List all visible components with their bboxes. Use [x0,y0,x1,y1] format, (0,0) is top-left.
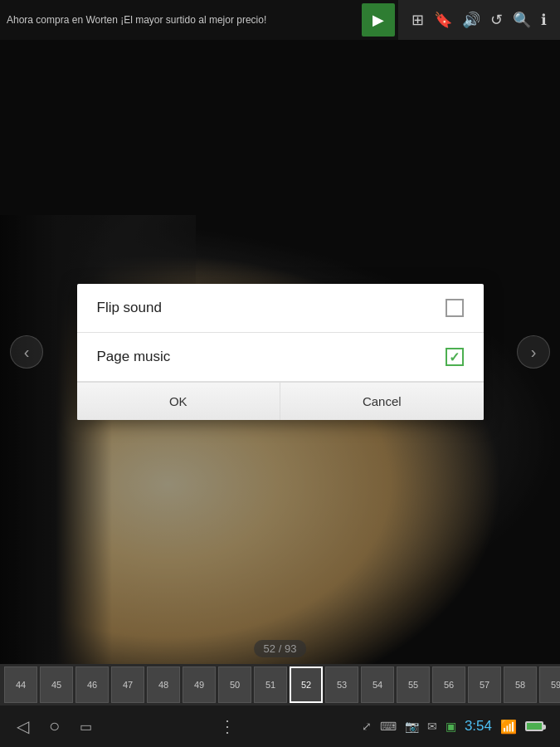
search-icon[interactable]: 🔍 [513,11,531,29]
thumbnail-54[interactable]: 54 [361,666,394,703]
thumbnail-48[interactable]: 48 [147,666,180,703]
top-icons: ⊞ 🔖 🔊 ↺ 🔍 ℹ [398,11,560,29]
dialog-overlay: Flip sound Page music ✓ OK Cancel [0,40,560,664]
menu-icon[interactable]: ⋮ [219,716,236,736]
ad-arrow-icon: ▶ [373,11,384,29]
home-button[interactable]: ○ [49,715,60,737]
checkmark-icon: ✓ [449,349,460,365]
ad-arrow-button[interactable]: ▶ [362,3,395,37]
thumbnail-59[interactable]: 59 [539,666,560,703]
thumbnail-44[interactable]: 44 [4,666,37,703]
system-bar: ◁ ○ ▭ ⋮ ⤢ ⌨ 📷 ✉ ▣ 3:54 📶 [0,706,560,747]
thumbnail-52[interactable]: 52 [290,666,323,703]
time-display: 3:54 [465,718,492,735]
back-button[interactable]: ◁ [17,716,29,736]
mail-icon: ✉ [427,720,437,733]
page-music-label: Page music [97,349,171,365]
page-music-checkbox[interactable]: ✓ [446,348,464,366]
resize-icon: ⤢ [362,720,372,733]
apps-icon: ▣ [446,720,456,733]
recents-button[interactable]: ▭ [80,719,92,735]
ad-text: Ahora compra en Worten ¡El mayor surtido… [0,14,358,26]
thumbnail-55[interactable]: 55 [397,666,430,703]
battery-icon [525,721,543,731]
ad-banner[interactable]: Ahora compra en Worten ¡El mayor surtido… [0,0,398,40]
thumbnail-56[interactable]: 56 [432,666,465,703]
gallery-icon[interactable]: ⊞ [411,11,424,29]
thumbnails-container: 4445464748495051525354555657585960 [0,666,560,703]
nav-buttons: ◁ ○ ▭ [17,715,92,737]
thumbnail-46[interactable]: 46 [75,666,109,703]
camera-icon: 📷 [405,720,419,733]
top-bar: Ahora compra en Worten ¡El mayor surtido… [0,0,560,40]
thumbnail-49[interactable]: 49 [183,666,216,703]
cancel-button[interactable]: Cancel [280,383,484,420]
rotate-icon[interactable]: ↺ [490,11,503,29]
dialog-buttons: OK Cancel [77,382,484,420]
thumbnail-strip: 4445464748495051525354555657585960 [0,664,560,706]
info-icon[interactable]: ℹ [541,11,547,29]
thumbnail-51[interactable]: 51 [254,666,287,703]
thumbnail-58[interactable]: 58 [504,666,537,703]
status-right: ⤢ ⌨ 📷 ✉ ▣ 3:54 📶 [362,718,543,735]
center-icons: ⋮ [219,716,236,736]
page-music-row[interactable]: Page music ✓ [77,333,484,382]
flip-sound-label: Flip sound [97,300,162,316]
ok-button[interactable]: OK [77,383,281,420]
settings-dialog: Flip sound Page music ✓ OK Cancel [77,284,484,420]
flip-sound-checkbox[interactable] [446,299,464,317]
thumbnail-45[interactable]: 45 [40,666,73,703]
flip-sound-row[interactable]: Flip sound [77,284,484,333]
thumbnail-57[interactable]: 57 [468,666,501,703]
main-content: ‹ › Flip sound Page music ✓ OK Cancel [0,40,560,664]
thumbnail-50[interactable]: 50 [218,666,251,703]
keyboard-icon: ⌨ [380,720,397,733]
volume-icon[interactable]: 🔊 [462,11,480,29]
thumbnail-47[interactable]: 47 [111,666,144,703]
wifi-icon: 📶 [500,719,517,735]
thumbnail-53[interactable]: 53 [325,666,358,703]
bookmark-icon[interactable]: 🔖 [434,11,452,29]
